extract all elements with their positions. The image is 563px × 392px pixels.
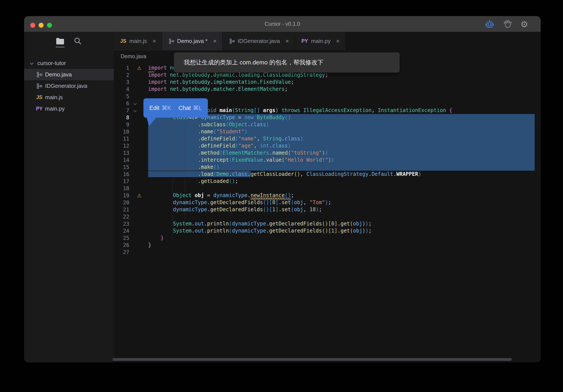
gutter: 4: [114, 86, 148, 93]
line-number: 4: [114, 86, 129, 92]
code-text: .make(): [148, 164, 535, 171]
code-text: }: [148, 234, 535, 241]
file-label: main.py: [45, 105, 65, 112]
tab-demo-java[interactable]: Demo.java * ×: [162, 32, 223, 51]
code-text: .subclass(Object.class): [148, 121, 535, 128]
code-text: import net.bytebuddy.matcher.ElementMatc…: [148, 86, 535, 93]
code-line[interactable]: 4import net.bytebuddy.matcher.ElementMat…: [114, 86, 541, 93]
close-icon[interactable]: ×: [336, 38, 340, 44]
tab-idgenerator-java[interactable]: IDGenerator.java ×: [223, 32, 295, 51]
prompt-tooltip: 我想让生成的类加上 com.demo 的包名，帮我修改下: [174, 52, 400, 73]
close-icon[interactable]: ×: [213, 38, 217, 44]
code-line[interactable]: 20 dynamicType.getDeclaredFields()[0].se…: [114, 199, 541, 206]
file-label: main.js: [45, 94, 63, 101]
gear-icon[interactable]: ⚙: [519, 19, 529, 29]
horizontal-scrollbar[interactable]: [113, 358, 512, 361]
indent-guide: [197, 121, 198, 185]
code-line[interactable]: 25 }: [114, 234, 541, 241]
indent-guide: [185, 121, 185, 234]
line-number: 1: [114, 65, 129, 71]
sidebar-item-demo-java[interactable]: Demo.java: [24, 69, 114, 80]
line-number: 8: [114, 115, 129, 121]
py-file-icon: PY: [301, 38, 308, 44]
edit-button[interactable]: Edit ⌘K: [149, 104, 171, 111]
code-line[interactable]: 23 System.out.println(dynamicType.getDec…: [114, 220, 541, 227]
gutter: 15: [114, 164, 148, 171]
code-line[interactable]: 26}: [114, 241, 541, 249]
gutter: 13: [114, 149, 148, 156]
code-line[interactable]: 12 .defineField("age", int.class): [114, 142, 541, 149]
tab-main-js[interactable]: JS main.js ×: [114, 32, 162, 51]
code-text: Object obj = dynamicType.newInstance();: [148, 192, 535, 199]
code-line[interactable]: 3import net.bytebuddy.implementation.Fix…: [114, 79, 541, 86]
wave-hand-icon[interactable]: [502, 19, 512, 29]
code-line[interactable]: 18: [114, 185, 541, 192]
chat-shortcut: ⌘L: [193, 104, 202, 111]
js-file-icon: JS: [36, 94, 43, 100]
tab-label: IDGenerator.java: [238, 38, 280, 44]
indent-guide: [172, 114, 173, 241]
gutter: 16: [114, 171, 148, 178]
line-number: 14: [114, 157, 129, 163]
sidebar-item-root-folder[interactable]: cursor-tutor: [24, 58, 114, 69]
fold-chevron-icon[interactable]: [134, 102, 137, 105]
code-line[interactable]: 11 .defineField("name", String.class): [114, 135, 541, 142]
sidebar-item-main-py[interactable]: PY main.py: [24, 103, 114, 114]
close-icon[interactable]: ×: [153, 38, 156, 44]
breadcrumb-file[interactable]: Demo.java: [121, 53, 146, 60]
gutter: 24: [114, 227, 148, 234]
fold-chevron-icon[interactable]: [134, 110, 137, 112]
file-label: Demo.java: [45, 71, 72, 78]
line-number: 2: [114, 72, 129, 78]
files-icon[interactable]: [54, 36, 66, 47]
code-line[interactable]: 27: [114, 249, 541, 256]
code-line[interactable]: 14 .intercept(FixedValue.value("Hello Wo…: [114, 156, 541, 164]
robot-icon[interactable]: [485, 19, 495, 29]
code-text: .defineField("name", String.class): [148, 135, 535, 142]
edit-label: Edit: [149, 105, 160, 111]
code-text: }: [148, 241, 535, 249]
gutter: 1⚠: [114, 64, 148, 72]
tab-main-py[interactable]: PY main.py ×: [295, 32, 346, 51]
line-number: 7: [114, 108, 129, 114]
code-line[interactable]: 13 .method(ElementMatchers.named("toStri…: [114, 149, 541, 156]
line-number: 13: [114, 150, 129, 156]
edit-shortcut: ⌘K: [162, 104, 171, 111]
code-line[interactable]: 19⚠ Object obj = dynamicType.newInstance…: [114, 192, 541, 199]
line-number: 18: [114, 186, 129, 191]
code-line[interactable]: 22: [114, 213, 541, 220]
code-text: import net.bytebuddy.implementation.Fixe…: [148, 79, 535, 86]
gutter: 10: [114, 128, 148, 135]
close-icon[interactable]: ×: [285, 38, 289, 44]
root-folder-label: cursor-tutor: [37, 60, 66, 66]
gutter: 20: [114, 199, 148, 206]
line-number: 12: [114, 143, 129, 149]
code-line[interactable]: 24 System.out.println(dynamicType.getDec…: [114, 227, 541, 234]
line-number: 26: [114, 242, 129, 248]
line-number: 11: [114, 136, 129, 142]
code-line[interactable]: 10 .name("Student"): [114, 128, 541, 135]
code-line[interactable]: 16 .load(Demo.class.getClassLoader(), Cl…: [114, 171, 541, 178]
prompt-text: 我想让生成的类加上 com.demo 的包名，帮我修改下: [184, 58, 323, 66]
sidebar-view-switcher: [24, 32, 114, 51]
gutter: 6: [114, 100, 148, 107]
code-text: .getLoaded();: [148, 178, 535, 185]
sidebar-item-main-js[interactable]: JS main.js: [24, 92, 114, 103]
warning-icon: ⚠: [137, 192, 141, 199]
code-text: .method(ElementMatchers.named("toString"…: [148, 149, 535, 156]
sidebar-item-idgenerator-java[interactable]: IDGenerator.java: [24, 80, 114, 92]
gutter: 7: [114, 107, 148, 114]
code-line[interactable]: 9 .subclass(Object.class): [114, 121, 541, 128]
code-line[interactable]: 17 .getLoaded();: [114, 178, 541, 185]
chat-button[interactable]: Chat ⌘L: [179, 104, 202, 111]
code-line[interactable]: 15 .make(): [114, 164, 541, 171]
java-file-icon: [168, 38, 174, 44]
gutter: 8: [114, 114, 148, 121]
gutter: 14: [114, 156, 148, 164]
line-number: 6: [114, 101, 129, 106]
search-icon[interactable]: [72, 36, 84, 47]
gutter: 18: [114, 185, 148, 192]
gutter: 12: [114, 142, 148, 149]
code-line[interactable]: 21 dynamicType.getDeclaredFields()[1].se…: [114, 206, 541, 213]
code-text: [148, 213, 535, 220]
